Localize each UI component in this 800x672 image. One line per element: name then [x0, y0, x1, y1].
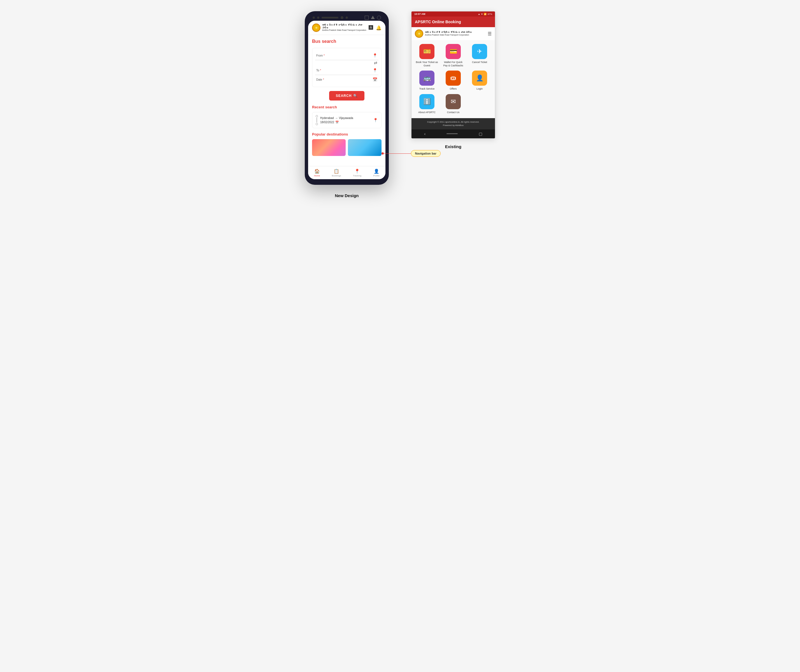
cancel-icon: ✈ [477, 48, 482, 55]
about-label: About APSRTC [418, 111, 436, 114]
book-ticket-label: Book Your Ticket as Guest [415, 61, 438, 67]
existing-label: Existing [445, 144, 461, 149]
nav-bar-annotation-bubble: Navigation bar [411, 150, 441, 157]
wallet-icon-box: 💳 [446, 44, 461, 59]
route-date: 18/02/2022 📅 [320, 121, 371, 124]
phone-screen: ⚙ ఆంధ్రప్రదేశ్ రాష్ట్ర రోడ్డు రవాణా సంస్… [308, 21, 385, 179]
android-back-btn[interactable]: ‹ [424, 131, 425, 136]
calendar-icon: 📅 [372, 77, 377, 82]
existing-logo-bar: ⚙ ఆంధ్రప్రదేశ్ రాష్ట్ర రోడ్డు రవాణా సంస్… [412, 27, 495, 40]
status-icons: ▲ ♥ 📶 87% [478, 13, 492, 15]
date-field[interactable]: Date * 📅 [315, 75, 378, 84]
offers-icon: 🎟 [450, 75, 456, 82]
location-icon-from: 📍 [372, 53, 377, 58]
location-pin-right: 📍 [373, 118, 378, 122]
left-section: ⚙ ఆంధ్రప్రదేశ్ రాష్ట్ర రోడ్డు రవాణా సంస్… [305, 11, 389, 198]
menu-offers[interactable]: 🎟 Offers [442, 70, 465, 91]
route-text: Hyderabad → Vijayawada [320, 117, 371, 120]
app-content: Bus search From * 📍 ⇅ [308, 35, 385, 166]
contact-icon-box: ✉ [446, 94, 461, 109]
new-design-label: New Design [335, 193, 359, 198]
nav-circle-btn [377, 16, 381, 19]
existing-logo-sub: Andhra Pradesh State Road Transport Corp… [425, 34, 472, 36]
contact-icon: ✉ [451, 98, 456, 105]
footer-line2: Powered by AbhiBus [414, 124, 493, 127]
nav-tracking[interactable]: 📍 Tracking [353, 168, 361, 177]
phone-nav-buttons [365, 16, 381, 19]
track-service-label: Track Service [419, 87, 435, 91]
existing-app-title: APSRTC Online Booking [415, 19, 461, 24]
route-info: Hyderabad → Vijayawada 18/02/2022 📅 [320, 117, 371, 124]
menu-contact[interactable]: ✉ Contact Us [442, 94, 465, 114]
route-start-dot [316, 115, 318, 117]
destination-image-1[interactable] [312, 139, 346, 156]
contact-label: Contact Us [447, 111, 460, 114]
date-required: * [323, 78, 324, 81]
popular-destinations-images [312, 139, 382, 156]
to-label: To * [316, 69, 372, 72]
bus-search-title: Bus search [312, 39, 382, 44]
camera-dot-2 [317, 16, 319, 19]
search-button[interactable]: SEARCH 🔍 [329, 91, 365, 101]
status-time: 10:07 AM [414, 13, 425, 15]
bell-icon[interactable]: 🔔 [376, 25, 382, 30]
android-home-btn[interactable] [447, 133, 458, 134]
to-required: * [320, 69, 321, 72]
from-required: * [324, 54, 325, 57]
existing-logo-telugu: ఆంధ్రప్రదేశ్ రాష్ట్ర రోడ్డు రవాణా సంస్థ [425, 31, 472, 34]
home-icon: 🏠 [314, 168, 320, 174]
from-field[interactable]: From * 📍 [315, 51, 378, 60]
recent-search-card[interactable]: Hyderabad → Vijayawada 18/02/2022 📅 📍 [312, 112, 382, 128]
route-end-dot [316, 123, 318, 125]
swap-icon-row: ⇅ [315, 60, 378, 66]
phone-wrapper: ⚙ ఆంధ్రప్రదేశ్ రాష్ట్ర రోడ్డు రవాణా సంస్… [305, 11, 389, 185]
menu-cancel-ticket[interactable]: ✈ Cancel Ticket [468, 44, 491, 67]
from-label: From * [316, 54, 372, 57]
nav-bookings[interactable]: 📋 Bookings [332, 168, 341, 177]
profile-icon: 👤 [374, 168, 379, 174]
nav-profile-label: Profile [373, 174, 380, 177]
menu-login[interactable]: 👤 Login [468, 70, 491, 91]
footer-line1: Copyright © 2011 apsrtconline.in, All ri… [414, 120, 493, 124]
login-icon-box: 👤 [472, 70, 487, 86]
menu-wallet[interactable]: 💳 Wallet For Quick Pay & Cashbacks [442, 44, 465, 67]
menu-track-service[interactable]: 🚌 Track Service [415, 70, 438, 91]
status-bar: 10:07 AM ▲ ♥ 📶 87% [412, 11, 495, 16]
camera-dot-1 [313, 16, 315, 19]
nav-tracking-label: Tracking [353, 174, 361, 177]
logo-area: ⚙ ఆంధ్రప్రదేశ్ రాష్ట్ర రోడ్డు రవాణా సంస్… [312, 24, 369, 32]
swap-icon[interactable]: ⇅ [374, 61, 378, 65]
android-recent-btn[interactable]: ▢ [479, 131, 483, 136]
location-icon-to: 📍 [372, 68, 377, 72]
about-icon: ℹ️ [423, 98, 431, 105]
to-field[interactable]: To * 📍 [315, 66, 378, 75]
front-camera [341, 16, 343, 19]
about-icon-box: ℹ️ [419, 94, 434, 109]
menu-grid: 🎫 Book Your Ticket as Guest 💳 Wallet For… [412, 40, 495, 118]
menu-book-ticket[interactable]: 🎫 Book Your Ticket as Guest [415, 44, 438, 67]
nav-square-btn [365, 16, 369, 19]
destination-image-2[interactable] [348, 139, 382, 156]
right-section: 10:07 AM ▲ ♥ 📶 87% APSRTC Online Booking… [411, 11, 495, 149]
existing-footer: Copyright © 2011 apsrtconline.in, All ri… [412, 118, 495, 130]
menu-about[interactable]: ℹ️ About APSRTC [415, 94, 438, 114]
nav-profile[interactable]: 👤 Profile [373, 168, 380, 177]
route-arrow: → [335, 117, 338, 120]
wallet-label: Wallet For Quick Pay & Cashbacks [442, 61, 465, 67]
phone-speaker [322, 17, 338, 19]
track-icon: 🚌 [423, 75, 431, 82]
logo-telugu: ఆంధ్రప్రదేశ్ రాష్ట్ర రోడ్డు రవాణా సంస్థ [322, 24, 369, 29]
route-line [316, 118, 317, 122]
camera-area [313, 16, 348, 19]
nav-home-label: Home [314, 174, 320, 177]
nav-bookings-label: Bookings [332, 174, 341, 177]
battery-icon: 📶 [484, 13, 487, 15]
popular-destinations-title: Popular destinations [312, 132, 382, 136]
hamburger-menu-icon[interactable]: ☰ [488, 31, 492, 37]
nav-home[interactable]: 🏠 Home [314, 168, 320, 177]
translate-icon[interactable]: 🅰 [369, 25, 373, 30]
logo-text: ఆంధ్రప్రదేశ్ రాష్ట్ర రోడ్డు రవాణా సంస్థ … [322, 24, 369, 32]
wallet-icon: 💳 [450, 48, 457, 55]
offers-icon-box: 🎟 [446, 70, 461, 86]
bottom-nav: 🏠 Home 📋 Bookings 📍 Tracking 👤 Profile [308, 166, 385, 179]
